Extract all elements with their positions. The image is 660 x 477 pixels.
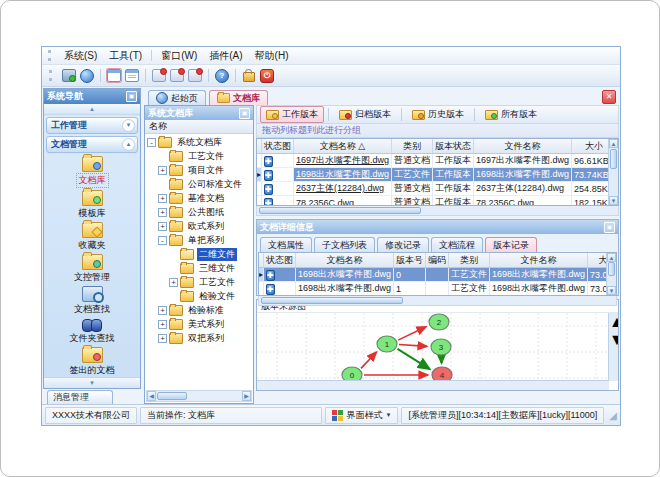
tree-node-欧式系列[interactable]: +欧式系列: [145, 219, 253, 233]
tab-文档库[interactable]: 文档库: [209, 90, 268, 105]
document-name-link[interactable]: 2637主体(12284).dwg: [296, 183, 384, 193]
interface-style-button[interactable]: 界面样式 ▼: [325, 407, 398, 424]
version-grid-hscrollbar[interactable]: [258, 296, 617, 306]
sidebar-scrolldown-strip[interactable]: ▼: [44, 377, 140, 388]
table-row[interactable]: ▸✚1698出水嘴零件图.dwg工艺文件工作版本1698出水嘴零件图.dwg73…: [257, 168, 619, 182]
scroll-thumb[interactable]: [157, 392, 187, 400]
tab-message-management[interactable]: 消息管理: [47, 390, 113, 404]
chevron-up-icon[interactable]: ▲: [122, 138, 135, 151]
graph-vscrollbar[interactable]: ▲ ▼: [608, 313, 618, 381]
tree-node-系统文档库[interactable]: -系统文档库: [145, 135, 253, 149]
version-grid-vscrollbar[interactable]: ▲ ▼: [606, 253, 616, 295]
chevron-down-icon[interactable]: ▼: [122, 119, 135, 132]
tree-node-二维文件[interactable]: 二维文件: [145, 247, 253, 261]
detail-tab-子文档列表[interactable]: 子文档列表: [314, 237, 375, 252]
sidebar-item-签出的文档[interactable]: 签出的文档: [68, 346, 117, 377]
window-button[interactable]: [106, 68, 122, 83]
menu-item-1[interactable]: 系统(S): [58, 49, 103, 63]
menu-item-5[interactable]: 帮助(H): [249, 49, 295, 63]
expand-icon[interactable]: +: [158, 320, 167, 329]
tree-column-header[interactable]: 名称: [145, 120, 253, 134]
button-所有版本[interactable]: 所有版本: [479, 106, 543, 123]
tree-node-公共图纸[interactable]: +公共图纸: [145, 205, 253, 219]
mail-new-button[interactable]: [151, 68, 167, 83]
sidebar-item-模板库[interactable]: 模板库: [77, 189, 108, 221]
collapse-icon[interactable]: -: [158, 236, 167, 245]
tree-node-单把系列[interactable]: -单把系列: [145, 233, 253, 247]
close-icon[interactable]: ✕: [602, 90, 616, 104]
lock-button[interactable]: [241, 68, 257, 83]
tree-node-基准文档[interactable]: +基准文档: [145, 191, 253, 205]
table-row[interactable]: ✚78 2356C.dwg普通文档工作版本78 2356C.dwg182.15K…: [257, 196, 619, 207]
scroll-up-icon[interactable]: ▲: [607, 253, 616, 262]
documents-grid-hscrollbar[interactable]: [256, 206, 619, 216]
tree-node-公司标准文件[interactable]: 公司标准文件: [145, 177, 253, 191]
tree-node-工艺文件[interactable]: 工艺文件: [145, 149, 253, 163]
scroll-right-icon[interactable]: ▶: [242, 391, 251, 401]
scroll-thumb[interactable]: [608, 262, 615, 276]
column-header-文档名称[interactable]: 文档名称: [296, 253, 394, 268]
sidebar-panel-work[interactable]: 工作管理 ▼: [46, 117, 138, 134]
column-header-文档名称[interactable]: 文档名称 △: [294, 139, 392, 154]
document-name-link[interactable]: 1697出水嘴零件图.dwg: [296, 155, 389, 165]
expand-icon[interactable]: +: [158, 334, 167, 343]
scroll-down-icon[interactable]: ▼: [609, 196, 618, 205]
toolbar-grip[interactable]: [49, 70, 56, 81]
menu-item-4[interactable]: 插件(A): [203, 49, 248, 63]
column-header-状态图[interactable]: 状态图: [262, 139, 294, 154]
graph-hscrollbar[interactable]: [257, 380, 609, 390]
menu-item-2[interactable]: 工具(T): [103, 49, 148, 63]
scroll-thumb[interactable]: [610, 149, 617, 169]
expand-icon[interactable]: +: [169, 278, 178, 287]
mail-open-button[interactable]: [169, 68, 185, 83]
scroll-down-icon[interactable]: ▼: [607, 286, 616, 295]
column-header-编码[interactable]: 编码: [426, 253, 449, 268]
column-header-版本状态[interactable]: 版本状态: [433, 139, 474, 154]
detail-tab-文档流程[interactable]: 文档流程: [431, 237, 483, 252]
detail-tab-修改记录[interactable]: 修改记录: [377, 237, 429, 252]
expand-icon[interactable]: +: [158, 222, 167, 231]
button-历史版本[interactable]: 历史版本: [406, 106, 470, 123]
pin-icon[interactable]: ▣: [239, 108, 250, 119]
scroll-down-icon[interactable]: ▼: [609, 331, 618, 348]
tree-hscrollbar[interactable]: ◀ ▶: [146, 390, 252, 402]
scroll-thumb[interactable]: [259, 207, 421, 214]
sidebar-item-文档查找[interactable]: 文档查找: [72, 285, 112, 317]
sidebar-item-文控管理[interactable]: 文控管理: [72, 253, 112, 285]
tree-node-项目文件[interactable]: +项目文件: [145, 163, 253, 177]
expand-icon[interactable]: +: [158, 208, 167, 217]
power-button[interactable]: ⏻: [259, 68, 275, 83]
collapse-icon[interactable]: -: [147, 138, 156, 147]
scroll-up-icon[interactable]: ▲: [609, 313, 618, 330]
scroll-thumb[interactable]: [261, 297, 403, 304]
table-row[interactable]: ▸✚1698出水嘴零件图.dwg0工艺文件1698出水嘴零件图.dwg73.00…: [259, 268, 617, 282]
expand-icon[interactable]: +: [158, 306, 167, 315]
button-归档版本[interactable]: 归档版本: [333, 106, 397, 123]
expand-icon[interactable]: +: [158, 166, 167, 175]
pin-icon[interactable]: ▣: [126, 91, 137, 102]
column-header-版本号[interactable]: 版本号: [394, 253, 426, 268]
scroll-left-icon[interactable]: ◀: [147, 391, 156, 401]
window-list-button[interactable]: [124, 68, 140, 83]
documents-grid-vscrollbar[interactable]: ▲ ▼: [608, 139, 618, 205]
menu-item-3[interactable]: 窗口(W): [155, 49, 203, 63]
table-row[interactable]: ✚2637主体(12284).dwg普通文档工作版本2637主体(12284).…: [257, 182, 619, 196]
expand-icon[interactable]: +: [158, 194, 167, 203]
column-header-文件名称[interactable]: 文件名称: [474, 139, 572, 154]
sidebar-item-文档库[interactable]: 文档库: [76, 155, 109, 189]
document-name-link[interactable]: 1698出水嘴零件图.dwg: [296, 169, 389, 179]
sidebar-item-文件夹查找[interactable]: 文件夹查找: [68, 317, 117, 346]
display-button[interactable]: [61, 68, 77, 83]
table-row[interactable]: ✚1698出水嘴零件图.dwg1工艺文件1698出水嘴零件图.dwg73.00K…: [259, 282, 617, 296]
globe-button[interactable]: [79, 68, 95, 83]
sidebar-item-收藏夹[interactable]: 收藏夹: [77, 221, 108, 253]
sidebar-collapse-strip[interactable]: ▲: [44, 104, 140, 115]
sidebar-panel-doc[interactable]: 文档管理 ▲: [46, 136, 138, 153]
tree-node-工艺文件[interactable]: +工艺文件: [145, 275, 253, 289]
tree-node-检验文件[interactable]: 检验文件: [145, 289, 253, 303]
table-row[interactable]: ✚1697出水嘴零件图.dwg普通文档工作版本1697出水嘴零件图.dwg96.…: [257, 154, 619, 168]
tree-node-双把系列[interactable]: +双把系列: [145, 331, 253, 345]
column-header-类别[interactable]: 类别: [392, 139, 433, 154]
tree-node-美式系列[interactable]: +美式系列: [145, 317, 253, 331]
column-header-状态图[interactable]: 状态图: [264, 253, 296, 268]
